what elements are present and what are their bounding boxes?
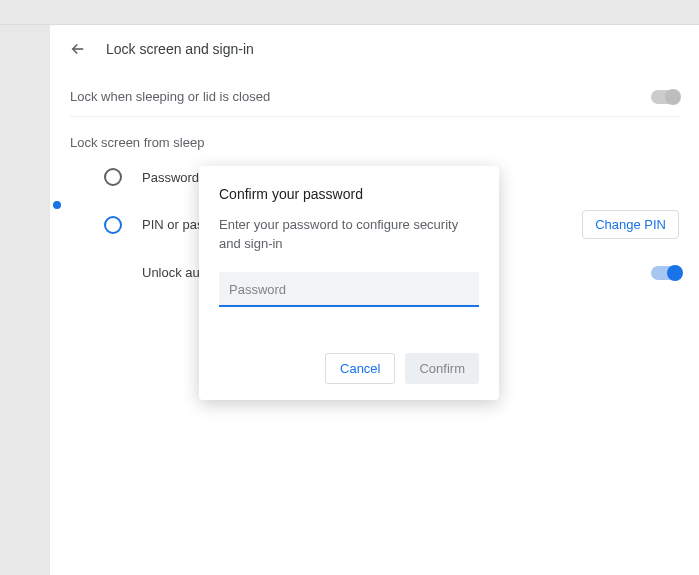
confirm-password-dialog: Confirm your password Enter your passwor… <box>199 166 499 400</box>
dialog-text: Enter your password to configure securit… <box>219 216 479 254</box>
cancel-button[interactable]: Cancel <box>325 353 395 384</box>
dialog-title: Confirm your password <box>219 186 479 202</box>
dialog-actions: Cancel Confirm <box>219 353 479 384</box>
password-field-wrap <box>219 272 479 307</box>
confirm-button[interactable]: Confirm <box>405 353 479 384</box>
password-input[interactable] <box>219 272 479 307</box>
